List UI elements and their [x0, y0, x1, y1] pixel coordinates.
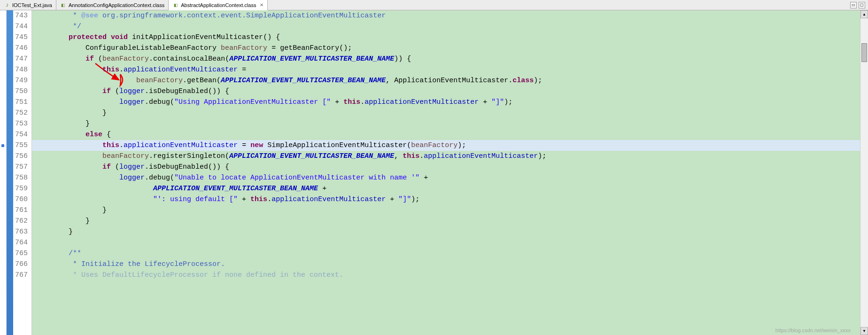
code-line[interactable]: /**: [32, 248, 860, 259]
line-number: 747: [13, 54, 31, 64]
line-number: 763: [13, 226, 31, 237]
tab-label: IOCTest_Ext.java: [12, 2, 52, 8]
line-number: 759: [13, 183, 31, 194]
line-number: 749: [13, 75, 31, 86]
class-file-icon: ◧: [172, 2, 179, 8]
editor: 7437447457467477487497507517527537547557…: [0, 10, 868, 335]
tab-toolbar: ▭ ▢: [850, 0, 868, 10]
code-line[interactable]: this.applicationEventMulticaster = new S…: [32, 140, 860, 151]
line-number: 758: [13, 172, 31, 183]
tab-label: AbstractApplicationContext.class: [181, 2, 256, 8]
line-number: 765: [13, 248, 31, 259]
code-line[interactable]: beanFactory.registerSingleton(APPLICATIO…: [32, 151, 860, 162]
override-marker-icon[interactable]: [1, 144, 4, 147]
tab-annotation-config[interactable]: ◧ AnnotationConfigApplicationContext.cla…: [56, 0, 169, 10]
class-file-icon: ◧: [60, 2, 67, 8]
code-line[interactable]: ConfigurableListableBeanFactory beanFact…: [32, 43, 860, 54]
line-number: 748: [13, 64, 31, 75]
watermark: https://blog.csdn.net/weixin_xxxx: [775, 327, 851, 333]
tab-ioctest[interactable]: J IOCTest_Ext.java: [0, 0, 56, 10]
close-icon[interactable]: ✕: [260, 2, 264, 8]
minimize-button[interactable]: ▭: [850, 2, 857, 8]
line-number: 746: [13, 43, 31, 54]
code-line[interactable]: [32, 237, 860, 248]
tab-label: AnnotationConfigApplicationContext.class: [69, 2, 164, 8]
line-number-gutter: 7437447457467477487497507517527537547557…: [13, 10, 32, 335]
code-line[interactable]: APPLICATION_EVENT_MULTICASTER_BEAN_NAME …: [32, 183, 860, 194]
code-line[interactable]: }: [32, 108, 860, 118]
marker-column[interactable]: [0, 10, 7, 335]
code-line[interactable]: }: [32, 226, 860, 237]
line-number: 750: [13, 86, 31, 97]
code-line[interactable]: * @see org.springframework.context.event…: [32, 10, 860, 21]
code-line[interactable]: * Initialize the LifecycleProcessor.: [32, 259, 860, 270]
line-number: 755: [13, 140, 31, 151]
maximize-button[interactable]: ▢: [859, 2, 865, 8]
line-number: 745: [13, 32, 31, 43]
editor-tabs: J IOCTest_Ext.java ◧ AnnotationConfigApp…: [0, 0, 868, 10]
line-number: 743: [13, 10, 31, 21]
line-number: 751: [13, 97, 31, 108]
code-line[interactable]: * Uses DefaultLifecycleProcessor if none…: [32, 270, 860, 280]
line-number: 754: [13, 129, 31, 140]
line-number: 762: [13, 216, 31, 226]
java-file-icon: J: [4, 2, 10, 8]
breakpoint-column[interactable]: [7, 10, 13, 335]
line-number: 760: [13, 194, 31, 205]
line-number: 761: [13, 205, 31, 216]
code-line[interactable]: protected void initApplicationEventMulti…: [32, 32, 860, 43]
code-line[interactable]: }: [32, 118, 860, 129]
code-line[interactable]: this.applicationEventMulticaster =: [32, 64, 860, 75]
code-line[interactable]: logger.debug("Unable to locate Applicati…: [32, 172, 860, 183]
line-number: 752: [13, 108, 31, 118]
scroll-up-arrow[interactable]: ▲: [860, 10, 868, 18]
line-number: 764: [13, 237, 31, 248]
code-line[interactable]: "': using default [" + this.applicationE…: [32, 194, 860, 205]
scroll-down-arrow[interactable]: ▼: [860, 327, 868, 335]
tab-abstract-app-context[interactable]: ◧ AbstractApplicationContext.class ✕: [169, 0, 268, 10]
code-line[interactable]: }: [32, 205, 860, 216]
line-number: 756: [13, 151, 31, 162]
code-area[interactable]: https://blog.csdn.net/weixin_xxxx * @see…: [32, 10, 860, 335]
line-number: 757: [13, 162, 31, 172]
scroll-thumb[interactable]: [861, 43, 867, 62]
vertical-scrollbar[interactable]: ▲ ▼: [860, 10, 868, 335]
code-line[interactable]: else {: [32, 129, 860, 140]
code-line[interactable]: beanFactory.getBean(APPLICATION_EVENT_MU…: [32, 75, 860, 86]
line-number: 766: [13, 259, 31, 270]
line-number: 744: [13, 21, 31, 32]
code-line[interactable]: }: [32, 216, 860, 226]
code-line[interactable]: if (logger.isDebugEnabled()) {: [32, 162, 860, 172]
code-line[interactable]: if (beanFactory.containsLocalBean(APPLIC…: [32, 54, 860, 64]
code-line[interactable]: if (logger.isDebugEnabled()) {: [32, 86, 860, 97]
code-line[interactable]: logger.debug("Using ApplicationEventMult…: [32, 97, 860, 108]
code-line[interactable]: */: [32, 21, 860, 32]
line-number: 753: [13, 118, 31, 129]
line-number: 767: [13, 270, 31, 280]
